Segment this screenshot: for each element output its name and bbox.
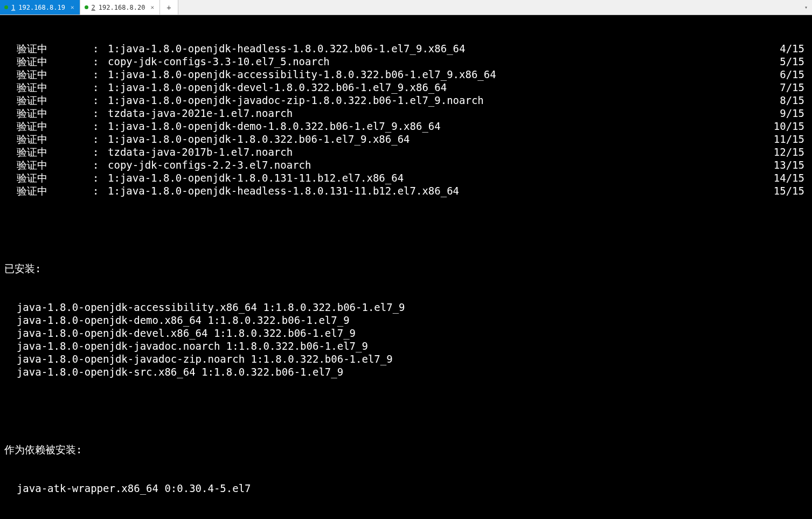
verify-pkg: tzdata-java-2017b-1.el7.noarch <box>108 146 769 158</box>
close-icon[interactable]: ✕ <box>151 4 155 11</box>
verify-pkg: 1:java-1.8.0-openjdk-headless-1.8.0.131-… <box>108 184 769 197</box>
tab-number: 2 <box>92 4 95 11</box>
installed-pkg: java-1.8.0-openjdk-demo.x86_64 1:1.8.0.3… <box>4 314 812 327</box>
verify-count: 9/15 <box>769 107 812 120</box>
tab-label: 192.168.8.20 <box>99 4 145 11</box>
verify-label: 验证中 <box>4 171 93 184</box>
verify-count: 4/15 <box>769 42 812 55</box>
installed-pkg: java-1.8.0-openjdk-javadoc-zip.noarch 1:… <box>4 352 812 365</box>
verify-label: 验证中 <box>4 94 93 107</box>
verify-count: 15/15 <box>769 184 812 197</box>
tab-2[interactable]: 2 192.168.8.20 ✕ <box>80 0 161 15</box>
terminal-output[interactable]: 验证中: 1:java-1.8.0-openjdk-headless-1.8.0… <box>0 15 812 519</box>
verify-count: 11/15 <box>769 133 812 146</box>
verify-sep: : <box>93 94 108 107</box>
verify-row: 验证中: 1:java-1.8.0-openjdk-accessibility-… <box>4 68 812 81</box>
verify-sep: : <box>93 81 108 94</box>
verify-label: 验证中 <box>4 146 93 158</box>
verify-label: 验证中 <box>4 42 93 55</box>
add-tab-button[interactable]: + <box>160 0 178 15</box>
dep-installed-pkg: java-atk-wrapper.x86_64 0:0.30.4-5.el7 <box>4 482 812 495</box>
verify-pkg: 1:java-1.8.0-openjdk-1.8.0.131-11.b12.el… <box>108 171 769 184</box>
tab-bar: 1 192.168.8.19 ✕ 2 192.168.8.20 ✕ + ▾ <box>0 0 812 15</box>
verify-pkg: copy-jdk-configs-2.2-3.el7.noarch <box>108 158 769 171</box>
verify-label: 验证中 <box>4 133 93 146</box>
verify-count: 6/15 <box>769 68 812 81</box>
verify-count: 5/15 <box>769 55 812 68</box>
verify-sep: : <box>93 171 108 184</box>
verify-row: 验证中: tzdata-java-2017b-1.el7.noarch12/15 <box>4 146 812 158</box>
verify-row: 验证中: 1:java-1.8.0-openjdk-1.8.0.131-11.b… <box>4 171 812 184</box>
verify-sep: : <box>93 55 108 68</box>
verify-label: 验证中 <box>4 158 93 171</box>
verify-sep: : <box>93 107 108 120</box>
close-icon[interactable]: ✕ <box>71 4 74 11</box>
verify-row: 验证中: 1:java-1.8.0-openjdk-headless-1.8.0… <box>4 184 812 197</box>
verify-count: 13/15 <box>769 158 812 171</box>
status-dot-icon <box>85 5 88 9</box>
verify-row: 验证中: 1:java-1.8.0-openjdk-devel-1.8.0.32… <box>4 81 812 94</box>
verify-row: 验证中: 1:java-1.8.0-openjdk-1.8.0.322.b06-… <box>4 133 812 146</box>
tab-list-menu-icon[interactable]: ▾ <box>800 0 812 15</box>
verify-label: 验证中 <box>4 107 93 120</box>
verify-label: 验证中 <box>4 68 93 81</box>
verify-count: 14/15 <box>769 171 812 184</box>
verify-sep: : <box>93 184 108 197</box>
verify-pkg: 1:java-1.8.0-openjdk-devel-1.8.0.322.b06… <box>108 81 769 94</box>
verify-count: 7/15 <box>769 81 812 94</box>
installed-pkg: java-1.8.0-openjdk-devel.x86_64 1:1.8.0.… <box>4 327 812 340</box>
dep-installed-header: 作为依赖被安装: <box>4 443 812 456</box>
verify-label: 验证中 <box>4 55 93 68</box>
tab-number: 1 <box>11 4 15 11</box>
verify-sep: : <box>93 42 108 55</box>
verify-pkg: 1:java-1.8.0-openjdk-demo-1.8.0.322.b06-… <box>108 120 769 133</box>
verify-row: 验证中: 1:java-1.8.0-openjdk-headless-1.8.0… <box>4 42 812 55</box>
status-dot-icon <box>4 5 8 9</box>
tabbar-spacer <box>178 0 800 15</box>
verify-label: 验证中 <box>4 184 93 197</box>
verify-row: 验证中: copy-jdk-configs-3.3-10.el7_5.noarc… <box>4 55 812 68</box>
installed-header: 已安装: <box>4 262 812 275</box>
verify-count: 10/15 <box>769 120 812 133</box>
verify-sep: : <box>93 68 108 81</box>
verify-sep: : <box>93 120 108 133</box>
verify-pkg: copy-jdk-configs-3.3-10.el7_5.noarch <box>108 55 769 68</box>
verify-sep: : <box>93 146 108 158</box>
verify-pkg: 1:java-1.8.0-openjdk-1.8.0.322.b06-1.el7… <box>108 133 769 146</box>
verify-pkg: 1:java-1.8.0-openjdk-javadoc-zip-1.8.0.3… <box>108 94 769 107</box>
tab-1[interactable]: 1 192.168.8.19 ✕ <box>0 0 80 15</box>
verify-pkg: 1:java-1.8.0-openjdk-accessibility-1.8.0… <box>108 68 769 81</box>
verify-sep: : <box>93 133 108 146</box>
verify-row: 验证中: 1:java-1.8.0-openjdk-demo-1.8.0.322… <box>4 120 812 133</box>
verify-row: 验证中: tzdata-java-2021e-1.el7.noarch9/15 <box>4 107 812 120</box>
verify-row: 验证中: copy-jdk-configs-2.2-3.el7.noarch13… <box>4 158 812 171</box>
verify-count: 8/15 <box>769 94 812 107</box>
verify-row: 验证中: 1:java-1.8.0-openjdk-javadoc-zip-1.… <box>4 94 812 107</box>
verify-pkg: 1:java-1.8.0-openjdk-headless-1.8.0.322.… <box>108 42 769 55</box>
verify-pkg: tzdata-java-2021e-1.el7.noarch <box>108 107 769 120</box>
installed-pkg: java-1.8.0-openjdk-javadoc.noarch 1:1.8.… <box>4 340 812 352</box>
verify-count: 12/15 <box>769 146 812 158</box>
verify-label: 验证中 <box>4 81 93 94</box>
tab-label: 192.168.8.19 <box>18 4 65 11</box>
verify-sep: : <box>93 158 108 171</box>
verify-label: 验证中 <box>4 120 93 133</box>
installed-pkg: java-1.8.0-openjdk-accessibility.x86_64 … <box>4 301 812 314</box>
installed-pkg: java-1.8.0-openjdk-src.x86_64 1:1.8.0.32… <box>4 365 812 378</box>
